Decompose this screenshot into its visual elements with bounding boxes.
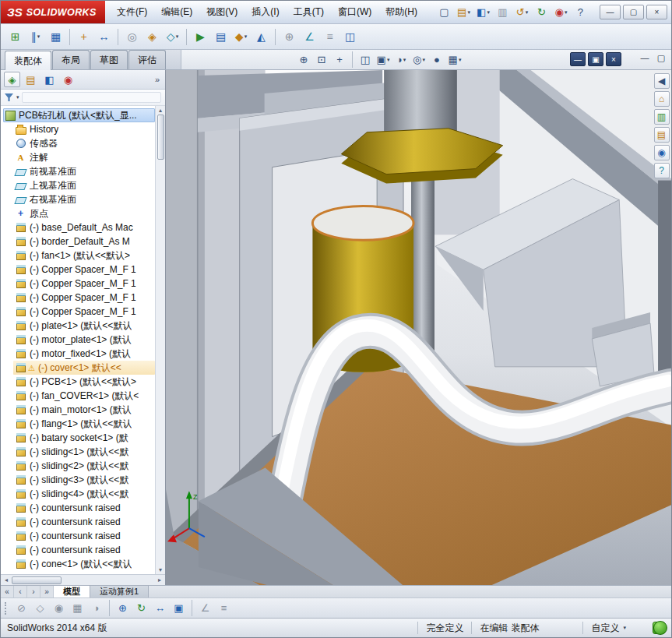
- minimize-button[interactable]: —: [600, 5, 621, 19]
- filter-funnel-icon[interactable]: [5, 93, 13, 101]
- tree-item-border[interactable]: (-) border_Default_As M: [13, 234, 155, 249]
- feature-manager-icon[interactable]: ◈: [4, 72, 20, 87]
- doc-minimize-button[interactable]: —: [570, 52, 586, 66]
- scroll-left-icon[interactable]: ◂: [1, 576, 12, 583]
- tree-item-history[interactable]: History: [13, 122, 155, 136]
- mate-icon[interactable]: ∥▾: [26, 27, 45, 47]
- measure-tool-icon[interactable]: ≡: [215, 600, 233, 616]
- pan-view-icon[interactable]: ↔: [151, 600, 169, 616]
- zoom-area-icon[interactable]: ⊡: [313, 51, 330, 68]
- tree-item-fan-cover[interactable]: (-) fan_COVER<1> (默认<: [13, 389, 155, 403]
- tab-assembly[interactable]: 装配体: [5, 51, 51, 70]
- scroll-right-icon[interactable]: ▸: [154, 576, 165, 583]
- component-pattern-icon[interactable]: ▦: [46, 27, 65, 47]
- rebuild-icon[interactable]: ↻: [533, 3, 551, 21]
- tree-item-copper-spacer-1[interactable]: (-) Copper Spacer_M_F 1: [13, 263, 155, 277]
- save-icon[interactable]: ◧▾: [474, 3, 492, 21]
- instant3d-icon[interactable]: ◭: [252, 27, 271, 47]
- tab-scroll-first-icon[interactable]: «: [1, 586, 14, 597]
- appearances-icon[interactable]: ●: [428, 51, 445, 68]
- menu-insert[interactable]: 插入(I): [245, 1, 286, 23]
- property-manager-icon[interactable]: ▤: [23, 72, 39, 87]
- tree-item-root[interactable]: PCB钻孔机 (默认<默认_显...: [3, 108, 155, 122]
- tree-item-pcb[interactable]: (-) PCB<1> (默认<<默认>: [13, 375, 155, 389]
- orientation-cube-icon[interactable]: ▣: [170, 600, 188, 616]
- tree-item-batary-socket[interactable]: (-) batary socket<1> (默: [13, 431, 155, 445]
- left-column[interactable]: [166, 70, 199, 585]
- appearance-manager-icon[interactable]: ◉: [60, 72, 76, 87]
- appearances-scenes-icon[interactable]: ◉: [654, 145, 670, 160]
- tree-item-copper-spacer-3[interactable]: (-) Copper Spacer_M_F 1: [13, 291, 155, 305]
- pan-icon[interactable]: +: [331, 51, 348, 68]
- move-component-icon[interactable]: ↔: [94, 27, 114, 47]
- spindle-motor[interactable]: [384, 70, 457, 137]
- view-orientation-icon[interactable]: ▣▾: [375, 51, 392, 68]
- tree-item-plate[interactable]: (-) plate<1> (默认<<默认: [13, 319, 155, 333]
- no-section-icon[interactable]: ⊘: [12, 600, 30, 616]
- tree-item-main-motor[interactable]: (-) main_motor<1> (默认: [13, 403, 155, 417]
- right-frame-post[interactable]: [658, 181, 671, 375]
- apply-scene-icon[interactable]: ▦: [69, 600, 86, 616]
- reference-geometry-icon[interactable]: ◇▾: [163, 27, 182, 47]
- close-button[interactable]: ×: [646, 5, 667, 19]
- zoom-tool-icon[interactable]: ⊕: [114, 600, 132, 616]
- hide-all-types-icon[interactable]: ◇: [31, 600, 49, 616]
- new-document-icon[interactable]: ▢: [435, 3, 453, 21]
- menu-file[interactable]: 文件(F): [110, 1, 154, 23]
- menu-window[interactable]: 窗口(W): [331, 1, 378, 23]
- tab-scroll-last-icon[interactable]: »: [40, 586, 54, 597]
- tree-item-sliding-2[interactable]: (-) sliding<2> (默认<<默: [13, 459, 155, 473]
- insert-components-icon[interactable]: ⊞: [5, 27, 25, 47]
- cover-top-face-selected[interactable]: [312, 206, 413, 240]
- doc-close-button[interactable]: ×: [606, 52, 621, 66]
- measure-icon[interactable]: ≡: [320, 27, 340, 47]
- scrollbar-thumb[interactable]: [157, 115, 164, 160]
- smart-fasteners-icon[interactable]: +: [74, 27, 93, 47]
- filter-input[interactable]: [22, 92, 161, 103]
- tree-item-sensors[interactable]: 传感器: [13, 136, 155, 150]
- tree-item-copper-spacer-2[interactable]: (-) Copper Spacer_M_F 1: [13, 277, 155, 291]
- tab-scroll-next-icon[interactable]: ›: [27, 586, 40, 597]
- menu-view[interactable]: 视图(V): [199, 1, 245, 23]
- menu-tools[interactable]: 工具(T): [287, 1, 331, 23]
- tree-item-countersunk-2[interactable]: (-) countersunk raised: [13, 515, 155, 529]
- scroll-down-icon[interactable]: ▾: [159, 566, 162, 573]
- dropdown-caret-icon[interactable]: ▾: [16, 94, 19, 100]
- rotate-view-icon[interactable]: ↻: [132, 600, 150, 616]
- flat-minimize-button[interactable]: —: [639, 53, 650, 63]
- tree-item-top-plane[interactable]: 上视基准面: [13, 178, 155, 192]
- tree-item-annotations[interactable]: A注解: [13, 150, 155, 164]
- bill-of-materials-icon[interactable]: ▤: [211, 27, 230, 47]
- show-hidden-components-icon[interactable]: ◎: [122, 27, 142, 47]
- display-style-icon[interactable]: ◑▾: [392, 51, 410, 68]
- sketch-icon[interactable]: ∠: [300, 27, 319, 47]
- tree-horizontal-scrollbar[interactable]: ◂ ▸: [1, 574, 165, 585]
- hide-show-items-icon[interactable]: ◎▾: [410, 51, 427, 68]
- tree-item-motor-plate[interactable]: (-) motor_plate<1> (默认: [13, 333, 155, 347]
- tree-item-countersunk-3[interactable]: (-) countersunk raised: [13, 529, 155, 543]
- edit-appearance-icon[interactable]: ◉: [50, 600, 68, 616]
- tab-scroll-prev-icon[interactable]: ‹: [14, 586, 27, 597]
- toolbar-grip[interactable]: [5, 602, 8, 615]
- menu-edit[interactable]: 编辑(E): [154, 1, 199, 23]
- doc-restore-button[interactable]: ▣: [588, 52, 603, 66]
- tree-item-sliding-4[interactable]: (-) sliding<4> (默认<<默: [13, 487, 155, 501]
- print-icon[interactable]: ▥: [494, 3, 512, 21]
- tree-item-cone[interactable]: (-) cone<1> (默认<<默认: [13, 557, 155, 571]
- tree-item-countersunk-1[interactable]: (-) countersunk raised: [13, 501, 155, 515]
- tree-item-right-plane[interactable]: 右视基准面: [13, 192, 155, 206]
- tab-layout[interactable]: 布局: [52, 50, 90, 69]
- sketch-tool-icon[interactable]: ∠: [196, 600, 214, 616]
- tab-sketch[interactable]: 草图: [90, 50, 128, 69]
- tree-item-sliding-3[interactable]: (-) sliding<3> (默认<<默: [13, 473, 155, 487]
- tree-item-flang[interactable]: (-) flang<1> (默认<<默认: [13, 417, 155, 431]
- tree-item-sliding-1[interactable]: (-) sliding<1> (默认<<默: [13, 445, 155, 459]
- tree-item-motor-fixed[interactable]: (-) motor_fixed<1> (默认: [13, 347, 155, 361]
- configuration-manager-icon[interactable]: ◧: [41, 72, 58, 87]
- section-view-icon[interactable]: ◫: [340, 27, 360, 47]
- tree-item-countersunk-4[interactable]: (-) countersunk raised: [13, 543, 155, 557]
- section-view-icon[interactable]: ◫: [357, 51, 374, 68]
- tree-item-fan[interactable]: (-) fan<1> (默认<<默认>: [13, 249, 155, 263]
- menu-help[interactable]: 帮助(H): [378, 1, 424, 23]
- scrollbar-thumb[interactable]: [12, 576, 62, 584]
